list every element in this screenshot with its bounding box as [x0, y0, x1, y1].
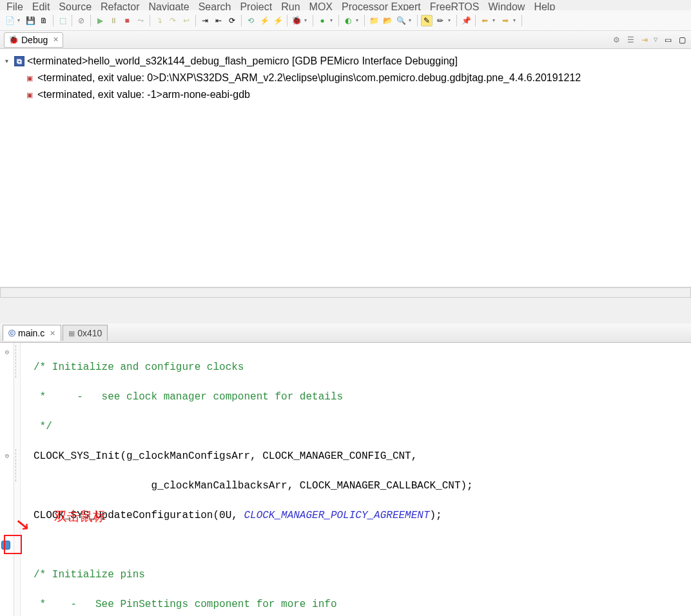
- menu-navigate[interactable]: Navigate: [149, 1, 190, 9]
- tree-expand-icon[interactable]: ▾: [5, 53, 12, 70]
- menu-processor-expert[interactable]: Processor Expert: [342, 1, 421, 9]
- new-dropdown[interactable]: ▾: [17, 17, 23, 23]
- breakpoint-marker[interactable]: [1, 541, 10, 550]
- reset-icon[interactable]: ⟲: [245, 15, 257, 26]
- terminate-icon[interactable]: ■: [121, 15, 133, 26]
- menu-edit[interactable]: Edit: [32, 1, 50, 9]
- debug-view-tab[interactable]: 🐞 Debug ✕: [4, 32, 63, 48]
- code-content[interactable]: /* Initialize and configure clocks * - s…: [21, 343, 691, 616]
- process-node-1[interactable]: ▣ <terminated, exit value: 0>D:\NXP\S32D…: [5, 70, 686, 86]
- step-into-icon[interactable]: ↴: [153, 15, 165, 26]
- search-icon[interactable]: 🔍: [395, 15, 407, 26]
- maximize-icon[interactable]: ▢: [677, 35, 687, 45]
- forward-dropdown[interactable]: ▾: [513, 17, 518, 23]
- tab-main-c[interactable]: ⓒ main.c ✕: [3, 325, 61, 341]
- memory-icon: ▦: [68, 329, 75, 338]
- run-icon[interactable]: ●: [316, 15, 328, 26]
- back-icon[interactable]: ⬅: [479, 15, 491, 26]
- editor-gutter[interactable]: ⊖ ⊖: [0, 343, 14, 616]
- code-comment: * - See PinSettings component for more i…: [34, 599, 336, 610]
- code-comment: */: [34, 421, 52, 432]
- launch-label: <terminated>hello_world_s32k144_debug_fl…: [27, 53, 458, 70]
- minimize-icon[interactable]: ▭: [663, 35, 673, 45]
- menu-mqx[interactable]: MQX: [309, 1, 333, 9]
- search-dropdown[interactable]: ▾: [409, 17, 414, 23]
- menu-refactor[interactable]: Refactor: [101, 1, 139, 9]
- c-file-icon: ⓒ: [8, 329, 15, 338]
- launch-icon: ⧉: [14, 56, 24, 66]
- code-comment: /* Initialize pins: [34, 569, 145, 581]
- menu-bar: File Edit Source Refactor Navigate Searc…: [0, 0, 691, 10]
- bug-icon: 🐞: [8, 35, 19, 44]
- process-1-label: <terminated, exit value: 0>D:\NXP\S32DS_…: [37, 70, 581, 86]
- save-icon[interactable]: 💾: [24, 15, 36, 26]
- fold-icon[interactable]: ⊖: [0, 345, 14, 360]
- binary-icon[interactable]: ⬚: [57, 15, 68, 26]
- disconnect-icon[interactable]: ⤳: [135, 15, 146, 26]
- menu-freertos[interactable]: FreeRTOS: [430, 1, 480, 9]
- code-text: CLOCK_SYS_UpdateConfiguration(0U,: [34, 510, 244, 521]
- flash-icon[interactable]: ⚡: [258, 15, 270, 26]
- close-icon[interactable]: ✕: [50, 329, 55, 338]
- debug-tools-tree-icon[interactable]: ☰: [625, 35, 636, 45]
- resume-icon[interactable]: ▶: [94, 15, 106, 26]
- debug-view-header: 🐞 Debug ✕ ⚙ ☰ ⇥ ▽ ▭ ▢: [0, 31, 691, 49]
- launch-node[interactable]: ▾ ⧉ <terminated>hello_world_s32k144_debu…: [5, 53, 686, 70]
- editor-tab-bar: ⓒ main.c ✕ ▦ 0x410: [0, 323, 691, 343]
- terminated-icon: ▣: [24, 73, 35, 83]
- suspend-icon[interactable]: ⏸: [108, 15, 119, 26]
- terminated-icon: ▣: [24, 90, 35, 100]
- folding-ruler: [14, 343, 21, 616]
- close-icon[interactable]: ✕: [53, 35, 59, 44]
- menu-run[interactable]: Run: [281, 1, 300, 9]
- view-menu-dropdown[interactable]: ▽: [654, 37, 659, 43]
- code-comment: * - see clock manager component for deta…: [34, 391, 343, 403]
- coverage-icon[interactable]: ◐: [342, 15, 354, 26]
- disable-breakpoints-icon[interactable]: ⊘: [75, 15, 87, 26]
- step-over-icon[interactable]: ↷: [167, 15, 179, 26]
- instruction-mode-icon[interactable]: ⟳: [226, 15, 238, 26]
- coverage-dropdown[interactable]: ▾: [356, 17, 361, 23]
- forward-icon[interactable]: ➡: [500, 15, 511, 26]
- edit-dropdown[interactable]: ▾: [448, 17, 453, 23]
- step-return-icon[interactable]: ↩: [180, 15, 192, 26]
- new-file-icon[interactable]: 📁: [368, 15, 380, 26]
- back-dropdown[interactable]: ▾: [492, 17, 498, 23]
- process-node-2[interactable]: ▣ <terminated, exit value: -1>arm-none-e…: [5, 86, 686, 103]
- menu-project[interactable]: Project: [240, 1, 272, 9]
- menu-search[interactable]: Search: [199, 1, 231, 9]
- highlight-icon[interactable]: ✎: [421, 15, 433, 26]
- code-editor[interactable]: ⊖ ⊖ /* Initialize and configure clocks *…: [0, 343, 691, 616]
- edit-icon[interactable]: ✏: [434, 15, 446, 26]
- debug-tools-step-icon[interactable]: ⇥: [639, 35, 650, 45]
- main-toolbar: 📄▾ 💾 🗎 ⬚ ⊘ ▶ ⏸ ■ ⤳ ↴ ↷ ↩ ⇥ ⇤ ⟳ ⟲ ⚡ ⚡ 🐞▾ …: [0, 10, 691, 31]
- debug-icon[interactable]: 🐞: [291, 15, 302, 26]
- debug-view-toolbar: ⚙ ☰ ⇥ ▽ ▭ ▢: [611, 35, 687, 45]
- run-dropdown[interactable]: ▾: [330, 17, 335, 23]
- code-const: CLOCK_MANAGER_POLICY_AGREEMENT: [244, 510, 429, 521]
- menu-file[interactable]: File: [6, 1, 23, 9]
- fold-icon[interactable]: ⊖: [0, 449, 14, 464]
- save-all-icon[interactable]: 🗎: [38, 15, 50, 26]
- step-over-instr-icon[interactable]: ⇤: [213, 15, 224, 26]
- menu-help[interactable]: Help: [534, 1, 555, 9]
- process-2-label: <terminated, exit value: -1>arm-none-eab…: [37, 86, 250, 103]
- new-icon[interactable]: 📄: [4, 15, 15, 26]
- menu-window[interactable]: Window: [488, 1, 525, 9]
- code-comment: /* Initialize and configure clocks: [34, 361, 244, 373]
- code-text: CLOCK_SYS_Init(g_clockManConfigsArr, CLO…: [34, 450, 417, 462]
- debug-tree: ▾ ⧉ <terminated>hello_world_s32k144_debu…: [0, 49, 691, 287]
- pin-icon[interactable]: 📌: [460, 15, 472, 26]
- tab-memory[interactable]: ▦ 0x410: [63, 325, 108, 341]
- step-into-instr-icon[interactable]: ⇥: [199, 15, 211, 26]
- debug-scrollbar[interactable]: [0, 287, 691, 298]
- menu-source[interactable]: Source: [59, 1, 92, 9]
- tab-memory-label: 0x410: [77, 328, 102, 338]
- open-folder-icon[interactable]: 📂: [382, 15, 393, 26]
- debug-tab-label: Debug: [21, 35, 48, 45]
- debug-tools-gear-icon[interactable]: ⚙: [611, 35, 621, 45]
- code-text: g_clockManCallbacksArr, CLOCK_MANAGER_CA…: [34, 480, 473, 492]
- flash-action-icon[interactable]: ⚡: [272, 15, 284, 26]
- code-text: );: [430, 510, 442, 521]
- debug-dropdown[interactable]: ▾: [304, 17, 309, 23]
